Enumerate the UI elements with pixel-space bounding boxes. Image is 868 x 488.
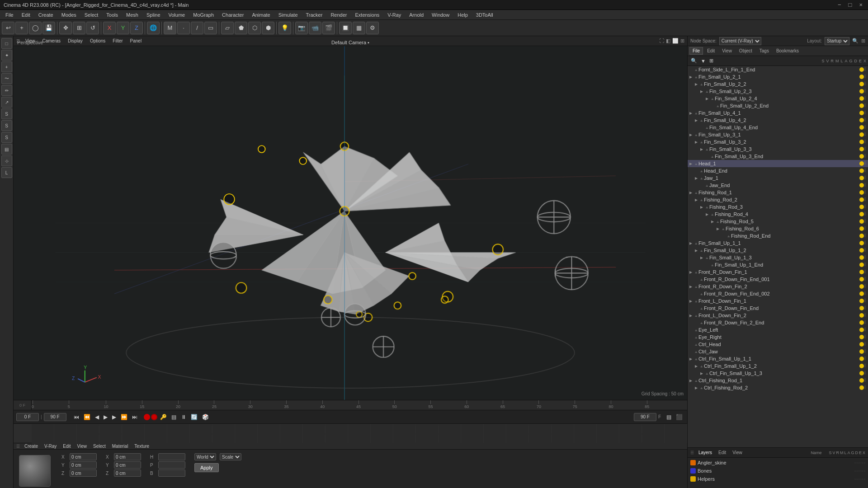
om-tab-edit[interactable]: Edit	[704, 47, 718, 55]
tree-item[interactable]: ⟁Fornt_Side_L_Fin_1_End│	[688, 66, 868, 73]
visibility-dot[interactable]	[859, 111, 864, 115]
menu-item-window[interactable]: Window	[428, 11, 453, 19]
vp-icon-3[interactable]: ⬜	[672, 38, 679, 44]
toolbar-x[interactable]: X	[103, 22, 116, 34]
menu-item-tracker[interactable]: Tracker	[302, 11, 326, 19]
om-tab-bookmarks[interactable]: Bookmarks	[773, 47, 802, 55]
expand-arrow-icon[interactable]: ▶	[689, 299, 693, 303]
visibility-dot[interactable]	[859, 125, 864, 130]
playback-prev[interactable]: ⏪	[82, 413, 92, 421]
expand-arrow-icon[interactable]: ▶	[699, 89, 704, 94]
tree-item[interactable]: ⟁Fin_Small_Up_2_End│	[688, 102, 868, 109]
tree-item[interactable]: ▶⟁Fishing_Rod_3│	[688, 203, 868, 211]
expand-arrow-icon[interactable]: ▶	[694, 386, 698, 390]
toolbar-render2[interactable]: ▦	[353, 22, 365, 34]
node-icons-icon[interactable]: ⊞	[861, 38, 865, 44]
visibility-dot[interactable]	[859, 328, 864, 332]
tree-item[interactable]: ▶⟁Ctrl_Fishing_Rod_2│	[688, 384, 868, 391]
expand-arrow-icon[interactable]: ▶	[689, 285, 693, 289]
visibility-dot[interactable]	[859, 357, 864, 361]
expand-arrow-icon[interactable]: ▶	[705, 97, 709, 101]
tree-item[interactable]: ▶⟁Jaw_1│	[688, 174, 868, 182]
fps-input[interactable]	[634, 413, 656, 421]
tree-item[interactable]: ⟁Front_R_Down_Fin_End_001│	[688, 276, 868, 283]
timeline-btn1[interactable]: ▤	[170, 413, 178, 421]
otherinfo-tab[interactable]: Edit	[717, 450, 728, 455]
layer-icon[interactable]: ·	[864, 461, 865, 465]
left-btn-q[interactable]: L	[1, 167, 12, 178]
tree-item[interactable]: ▶⟁Fishing_Rod_1│	[688, 189, 868, 196]
layer-icon[interactable]: ·	[860, 469, 861, 473]
toolbar-model[interactable]: M	[164, 22, 176, 34]
bt-select[interactable]: Select	[91, 443, 108, 449]
tree-item[interactable]: ▶⟁Fin_Small_Up_3_2│	[688, 138, 868, 145]
layout-select[interactable]: Startup	[825, 37, 849, 45]
visibility-dot[interactable]	[859, 190, 864, 195]
frame-field-2[interactable]	[44, 413, 66, 421]
bt-material[interactable]: Material	[110, 443, 130, 449]
tree-item[interactable]: ▶⟁Ctrl_Fin_Small_Up_1_1│	[688, 355, 868, 362]
visibility-dot[interactable]	[859, 197, 864, 202]
expand-arrow-icon[interactable]: ▶	[689, 241, 693, 245]
playback-start[interactable]: ⏮	[72, 413, 81, 421]
bt-vray[interactable]: V-Ray	[42, 443, 58, 449]
expand-arrow-icon[interactable]: ▶	[699, 256, 704, 260]
tree-item[interactable]: ▶⟁Fin_Small_Up_4_1│	[688, 109, 868, 117]
visibility-dot[interactable]	[859, 82, 864, 86]
visibility-dot[interactable]	[859, 154, 864, 159]
y-input[interactable]	[70, 461, 97, 469]
visibility-dot[interactable]	[859, 277, 864, 282]
b-input[interactable]	[158, 469, 185, 477]
playback-play[interactable]: ▶	[102, 413, 109, 421]
left-btn-path[interactable]: ↗	[1, 97, 12, 108]
tree-item[interactable]: ▶⟁Ctrl_Fin_Small_Up_1_3│	[688, 370, 868, 377]
toolbar-settings[interactable]: ⚙	[366, 22, 379, 34]
expand-arrow-icon[interactable]: ▶	[699, 371, 704, 375]
toolbar-scene[interactable]: 🔲	[339, 22, 352, 34]
oir-layout[interactable]: ⊞	[708, 57, 715, 64]
timeline-btn3[interactable]: 🔄	[189, 413, 199, 421]
layer-icon[interactable]: ·	[857, 461, 858, 465]
vp-icon-4[interactable]: ⊞	[680, 38, 684, 44]
tree-item[interactable]: ▶⟁Fin_Small_Up_3_3│	[688, 145, 868, 153]
timeline-btn4[interactable]: 🎲	[200, 413, 211, 421]
visibility-dot[interactable]	[859, 103, 864, 108]
visibility-dot[interactable]	[859, 96, 864, 101]
visibility-dot[interactable]	[859, 219, 864, 224]
visibility-dot[interactable]	[859, 270, 864, 274]
left-btn-snap[interactable]: ⊹	[1, 155, 12, 166]
tree-item[interactable]: ▶⟁Fin_Small_Up_2_1│	[688, 73, 868, 80]
left-btn-light[interactable]: ✦	[1, 50, 12, 61]
tree-item[interactable]: ⟁Eye_Right│	[688, 333, 868, 341]
menu-item-edit[interactable]: Edit	[18, 11, 34, 19]
menu-item-simulate[interactable]: Simulate	[275, 11, 302, 19]
visibility-dot[interactable]	[859, 176, 864, 180]
menu-item-render[interactable]: Render	[327, 11, 350, 19]
layer-icon[interactable]: ·	[860, 461, 861, 465]
viewport[interactable]: ☰ View Cameras Display Options Filter Pa…	[14, 36, 687, 400]
tree-item[interactable]: ▶⟁Ctrl_Fin_Small_Up_1_2│	[688, 362, 868, 370]
tree-item[interactable]: ⟁Front_R_Down_Fin_End_002│	[688, 290, 868, 297]
expand-arrow-icon[interactable]: ▶	[689, 379, 693, 383]
layer-row[interactable]: Helpers······	[689, 475, 866, 483]
tree-item[interactable]: ⟁Ctrl_Jaw│	[688, 348, 868, 355]
left-btn-s1[interactable]: S	[1, 108, 12, 119]
p-input[interactable]	[158, 461, 185, 469]
expand-arrow-icon[interactable]: ▶	[699, 205, 704, 209]
timeline-track[interactable]	[14, 424, 687, 443]
tree-item[interactable]: ▶⟁Front_R_Down_Fin_2│	[688, 283, 868, 290]
toolbar-select3[interactable]: ⬡	[248, 22, 261, 34]
vp-icon-1[interactable]: ⛶	[659, 38, 664, 44]
tree-item[interactable]: ▶⟁Fin_Small_Up_1_1│	[688, 239, 868, 247]
visibility-dot[interactable]	[859, 371, 864, 375]
visibility-dot[interactable]	[859, 147, 864, 151]
expand-arrow-icon[interactable]: ▶	[699, 147, 704, 151]
toolbar-y[interactable]: Y	[117, 22, 129, 34]
toolbar-open[interactable]: ◯	[29, 22, 42, 34]
layer-icon[interactable]: ·	[864, 469, 865, 473]
record-button[interactable]	[144, 414, 150, 420]
expand-arrow-icon[interactable]: ▶	[689, 75, 693, 79]
visibility-dot[interactable]	[859, 132, 864, 137]
bt-view[interactable]: View	[75, 443, 89, 449]
visibility-dot[interactable]	[859, 263, 864, 267]
